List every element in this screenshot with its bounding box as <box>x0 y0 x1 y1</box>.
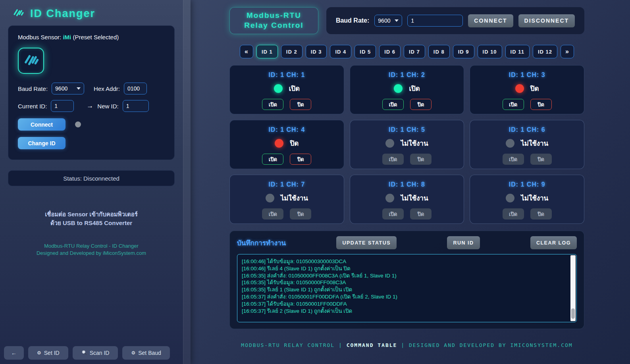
log-line: [16:05:35] ส่งคำสั่ง: 01050000FF008C3A (… <box>242 272 566 279</box>
connect-button[interactable]: Connect <box>18 118 66 131</box>
relay-card-title: ID: 1 CH: 2 <box>389 71 425 79</box>
log-scrollbar-thumb[interactable] <box>571 308 575 319</box>
set-id-label: Set ID <box>44 350 60 356</box>
relay-status-dot <box>385 194 394 202</box>
log-output[interactable]: [16:00:46] ได้รับข้อมูล: 0105000300003DC… <box>237 254 577 322</box>
tab-id-12[interactable]: ID 12 <box>533 45 557 58</box>
chevron-down-icon <box>77 87 81 90</box>
tab-id-6[interactable]: ID 6 <box>379 45 401 58</box>
relay-card-state: ไม่ใช้งาน <box>266 193 308 203</box>
app-title: ID Changer <box>30 8 95 20</box>
tab-id-9[interactable]: ID 9 <box>453 45 474 58</box>
sensor-line: Modbus Sensor: iMi (Preset Selected) <box>18 34 165 40</box>
log-title: บันทึกการทำงาน <box>237 237 286 248</box>
baud-select-value: 9600 <box>55 85 67 92</box>
command-table-link[interactable]: COMMAND TABLE <box>347 342 397 348</box>
relay-card-state: เปิด <box>274 83 300 94</box>
relay-card-actions: เปิด ปิด <box>262 99 311 110</box>
page-title-line2: Relay Control <box>244 21 304 31</box>
tabs-next-button[interactable]: » <box>561 45 574 58</box>
baud-rate-select[interactable]: 9600 <box>374 15 402 27</box>
relay-card-state: ไม่ใช้งาน <box>506 193 548 203</box>
relay-status-dot <box>515 84 524 93</box>
tab-id-1[interactable]: ID 1 <box>256 45 278 58</box>
relay-on-button[interactable]: เปิด <box>262 154 283 165</box>
sidebar-scrollbar[interactable] <box>183 0 191 364</box>
scan-id-button[interactable]: Scan ID <box>73 346 118 360</box>
new-id-input[interactable] <box>123 100 149 112</box>
tab-id-4[interactable]: ID 4 <box>330 45 351 58</box>
clear-log-button[interactable]: CLEAR LOG <box>530 236 577 249</box>
set-baud-button[interactable]: ⚙ Set Baud <box>122 346 170 360</box>
main-header: Modbus-RTU Relay Control Baud Rate: 9600… <box>229 7 584 34</box>
relay-card-ch4: ID: 1 CH: 4 ปิด เปิด ปิด <box>229 120 344 169</box>
log-line: [16:05:37] รีเลย์ 2 (Slave ID 1) ถูกตั้ง… <box>242 308 566 315</box>
relay-card-ch8: ID: 1 CH: 8 ไม่ใช้งาน เปิด ปิด <box>350 175 464 224</box>
relay-on-button: เปิด <box>382 208 404 220</box>
relay-off-button: ปิด <box>290 208 311 220</box>
connection-indicator-dot <box>75 121 81 127</box>
imicon-logo-icon <box>11 7 25 20</box>
relay-card-title: ID: 1 CH: 8 <box>389 181 425 188</box>
magnifier-icon <box>81 350 87 356</box>
relay-off-button[interactable]: ปิด <box>290 154 311 165</box>
info-line-1: เชื่อมต่อ Sensor เข้ากับคอมพิวเตอร์ <box>8 210 175 219</box>
relay-card-ch5: ID: 1 CH: 5 ไม่ใช้งาน เปิด ปิด <box>350 120 464 169</box>
tab-id-3[interactable]: ID 3 <box>306 45 327 58</box>
scan-id-label: Scan ID <box>90 350 110 356</box>
connect-button[interactable]: CONNECT <box>468 14 513 27</box>
sidebar-toolbar: ← ⚙ Set ID Scan ID ⚙ Set Baud <box>4 346 170 360</box>
relay-status-dot <box>274 84 283 93</box>
tab-id-5[interactable]: ID 5 <box>354 45 376 58</box>
connect-row: Connect <box>18 118 165 131</box>
relay-on-button[interactable]: เปิด <box>503 99 524 110</box>
relay-card-actions: เปิด ปิด <box>262 208 311 220</box>
relay-card-title: ID: 1 CH: 9 <box>509 181 545 188</box>
disconnect-button[interactable]: DISCONNECT <box>518 14 575 27</box>
update-status-button[interactable]: UPDATE STATUS <box>336 236 397 249</box>
tab-id-2[interactable]: ID 2 <box>281 45 302 58</box>
relay-state-label: เปิด <box>289 83 300 94</box>
tab-id-10[interactable]: ID 10 <box>478 45 502 58</box>
relay-on-button[interactable]: เปิด <box>262 99 283 110</box>
relay-card-actions: เปิด ปิด <box>503 154 552 165</box>
log-header: บันทึกการทำงาน UPDATE STATUS RUN ID CLEA… <box>237 236 577 249</box>
change-id-button[interactable]: Change ID <box>18 137 66 149</box>
relay-off-button[interactable]: ปิด <box>290 99 311 110</box>
tab-id-11[interactable]: ID 11 <box>505 45 530 58</box>
relay-off-button: ปิด <box>410 154 432 165</box>
relay-card-state: เปิด <box>394 83 420 94</box>
current-id-input[interactable] <box>51 100 74 112</box>
log-line: [16:05:35] รีเลย์ 1 (Slave ID 1) ถูกตั้ง… <box>242 286 566 293</box>
relay-card-actions: เปิด ปิด <box>503 99 552 110</box>
tab-id-7[interactable]: ID 7 <box>404 45 425 58</box>
back-button[interactable]: ← <box>4 346 24 360</box>
set-baud-label: Set Baud <box>138 350 161 356</box>
hex-addr-label: Hex Addr: <box>94 85 120 92</box>
sensor-suffix: (Preset Selected) <box>71 34 119 40</box>
log-line: [16:00:46] รีเลย์ 4 (Slave ID 1) ถูกตั้ง… <box>242 265 566 272</box>
relay-off-button[interactable]: ปิด <box>530 99 552 110</box>
sensor-panel: Modbus Sensor: iMi (Preset Selected) Bau… <box>8 25 175 160</box>
relay-card-ch1: ID: 1 CH: 1 เปิด เปิด ปิด <box>229 65 344 114</box>
relay-state-label: ไม่ใช้งาน <box>401 193 428 203</box>
set-id-button[interactable]: ⚙ Set ID <box>28 346 68 360</box>
arrow-left-icon: ← <box>11 350 17 356</box>
relay-state-label: ปิด <box>290 138 299 148</box>
tabs-prev-button[interactable]: « <box>240 45 253 58</box>
tab-id-8[interactable]: ID 8 <box>428 45 450 58</box>
hex-addr-input[interactable] <box>124 83 147 94</box>
relay-off-button[interactable]: ปิด <box>410 99 432 110</box>
log-scrollbar[interactable] <box>570 255 576 321</box>
slave-id-input[interactable] <box>407 15 463 27</box>
baud-select[interactable]: 9600 <box>52 83 84 94</box>
relay-card-ch3: ID: 1 CH: 3 ปิด เปิด ปิด <box>470 65 584 114</box>
page-title: Modbus-RTU Relay Control <box>229 7 318 34</box>
imicon-logo-icon <box>23 53 39 69</box>
relay-status-dot <box>506 139 514 148</box>
relay-card-title: ID: 1 CH: 4 <box>268 126 305 133</box>
relay-state-label: ปิด <box>530 83 539 94</box>
sensor-label: Modbus Sensor: <box>18 34 63 40</box>
run-id-button[interactable]: RUN ID <box>447 236 480 249</box>
relay-on-button[interactable]: เปิด <box>382 99 404 110</box>
